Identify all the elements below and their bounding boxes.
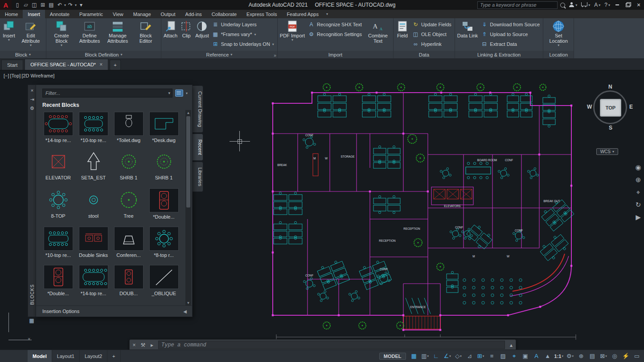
command-line[interactable]: × ⚒ ▸ ▴: [129, 339, 516, 350]
button-clip[interactable]: Clip: [179, 19, 194, 39]
insertion-options-bar[interactable]: Insertion Options ◀: [36, 305, 192, 317]
button-attach[interactable]: Attach: [163, 19, 178, 39]
button-recognize-shx-text[interactable]: ARecognize SHX Text: [306, 20, 364, 29]
panel-label-location[interactable]: Location: [543, 51, 574, 58]
selection-cycling-toggle[interactable]: ▣: [520, 351, 531, 361]
command-close-icon[interactable]: ×: [130, 342, 139, 348]
save-icon[interactable]: ◫: [30, 1, 38, 9]
zoom-icon[interactable]: ⌖: [633, 187, 643, 197]
ribbon-tab-express-tools[interactable]: Express Tools: [242, 10, 282, 18]
view-control[interactable]: [Top]: [10, 73, 21, 78]
block-item-desk-dwg[interactable]: *Desk.dwg: [146, 111, 181, 149]
button-download-from-source[interactable]: ⇓Download from Source: [479, 20, 541, 29]
restore-button[interactable]: [623, 0, 632, 9]
layout-tab-model[interactable]: Model: [28, 350, 52, 362]
palette-tab-recent[interactable]: Recent: [192, 134, 203, 161]
palette-close-icon[interactable]: ×: [31, 87, 33, 94]
annotation-scale-toggle[interactable]: 1:1▾: [554, 351, 564, 361]
ribbon-tab-add-ins[interactable]: Add-ins: [180, 10, 207, 18]
ribbon-tab-featured-apps[interactable]: Featured Apps: [282, 10, 324, 18]
block-item-shrb-1[interactable]: SHRB 1: [146, 149, 181, 187]
button-frames-vary[interactable]: ▦*Frames vary*▾: [210, 29, 276, 39]
compass-east[interactable]: E: [629, 104, 633, 110]
undo-icon[interactable]: ↶: [56, 1, 64, 9]
block-library-icon[interactable]: [175, 89, 183, 97]
isolate-objects-toggle[interactable]: ◎: [609, 351, 620, 361]
new-drawing-tab[interactable]: +: [110, 60, 120, 70]
snap-mode-toggle[interactable]: ▥▾: [420, 351, 431, 361]
block-item-double[interactable]: *Double...: [41, 264, 76, 302]
button-field[interactable]: Field: [395, 19, 410, 39]
panel-label-block[interactable]: Block▾: [0, 51, 46, 58]
ribbon-tab-home[interactable]: Home: [0, 10, 23, 18]
view-cube[interactable]: N S W E TOP: [588, 85, 632, 130]
autodesk-account-button[interactable]: A▾: [593, 2, 601, 8]
lineweight-toggle[interactable]: ≡: [487, 351, 497, 361]
print-plot-icon[interactable]: ▤: [47, 1, 55, 9]
compass-south[interactable]: S: [609, 125, 612, 131]
button-set-location[interactable]: Set Location▾: [545, 19, 572, 48]
visual-style-control[interactable]: [2D Wireframe]: [21, 73, 54, 78]
button-extract-data[interactable]: ⊟Extract Data: [479, 39, 541, 49]
block-filter-input[interactable]: [42, 89, 172, 98]
block-item-10-top-re[interactable]: *10-top re...: [76, 111, 111, 149]
block-item-elevator[interactable]: ELEVATOR: [41, 149, 76, 187]
block-item-8-top-r[interactable]: *8-top r...: [146, 226, 181, 264]
sign-in-button[interactable]: ▾: [568, 2, 578, 8]
block-item-oblique[interactable]: _OBLIQUE: [146, 264, 181, 302]
button-combine-text[interactable]: AACombine Text: [364, 19, 392, 44]
autocad-logo-icon[interactable]: A: [0, 0, 12, 10]
close-tab-icon[interactable]: ×: [99, 61, 103, 68]
panel-label-linking-extraction[interactable]: Linking & Extraction: [455, 51, 543, 58]
ortho-mode-toggle[interactable]: ∟: [431, 351, 442, 361]
scrollbar-thumb[interactable]: [186, 116, 190, 207]
grid-display-toggle[interactable]: ▦: [409, 351, 419, 361]
lock-ui-toggle[interactable]: ⊠▾: [598, 351, 609, 361]
block-item-stool[interactable]: stool: [76, 187, 111, 226]
compass-north[interactable]: N: [608, 84, 612, 90]
pan-icon[interactable]: ⊕: [633, 175, 643, 185]
button-upload-to-source[interactable]: ⇑Upload to Source: [479, 29, 541, 39]
block-item-conferen[interactable]: Conferen...: [111, 226, 146, 264]
polar-tracking-toggle[interactable]: ∠▾: [442, 351, 453, 361]
redo-icon[interactable]: ↷: [66, 1, 74, 9]
layout-tab-layout2[interactable]: Layout2: [80, 350, 107, 362]
panel-expander-icon[interactable]: »: [274, 53, 276, 58]
wcs-selector[interactable]: WCS ▾: [596, 148, 618, 155]
model-space-button[interactable]: MODEL: [379, 353, 406, 360]
block-item-10-top-re[interactable]: *10-top re...: [41, 226, 76, 264]
block-item-doub[interactable]: DOUB...: [111, 264, 146, 302]
command-input[interactable]: [159, 342, 505, 348]
ribbon-tab-view[interactable]: View: [108, 10, 128, 18]
button-pdf-import[interactable]: PDFPDF Import▾: [279, 19, 306, 42]
orbit-icon[interactable]: ↻: [633, 200, 643, 210]
close-button[interactable]: ×: [634, 0, 643, 9]
compass-west[interactable]: W: [587, 104, 592, 110]
ribbon-tab-annotate[interactable]: Annotate: [45, 10, 74, 18]
block-item-shrb-1[interactable]: SHRB 1: [111, 149, 146, 187]
scroll-up-icon[interactable]: ▲: [185, 110, 191, 115]
ribbon-tab-insert[interactable]: Insert: [23, 10, 45, 18]
block-item-8-top[interactable]: 8-TOP: [41, 187, 76, 226]
minimize-button[interactable]: [613, 0, 622, 9]
button-data-link[interactable]: Data Link: [456, 19, 479, 39]
show-motion-icon[interactable]: ▶: [633, 212, 643, 222]
search-button[interactable]: [559, 3, 566, 8]
recent-commands-icon[interactable]: ▸: [148, 342, 156, 348]
palette-tab-libraries[interactable]: Libraries: [192, 162, 203, 192]
workspace-switching-toggle[interactable]: ⚙▾: [565, 351, 575, 361]
ribbon-tab-parametric[interactable]: Parametric: [74, 10, 108, 18]
layout-tab-layout1[interactable]: Layout1: [52, 350, 80, 362]
button-manage-attributes[interactable]: Manage Attributes: [104, 19, 131, 44]
new-file-icon[interactable]: ▯: [13, 1, 21, 9]
chevron-down-icon[interactable]: ▾: [168, 91, 170, 95]
block-item-tree[interactable]: Tree: [111, 187, 146, 226]
scroll-down-icon[interactable]: ▼: [185, 300, 191, 305]
save-as-icon[interactable]: ⊞: [39, 1, 47, 9]
panel-label-data[interactable]: Data: [394, 51, 455, 58]
block-item-14-top-re[interactable]: *14-top re...: [41, 111, 76, 149]
autoscale-toggle[interactable]: ▲: [542, 351, 553, 361]
annotation-visibility-toggle[interactable]: A: [531, 351, 542, 361]
ribbon-tab-output[interactable]: Output: [156, 10, 180, 18]
quick-properties-toggle[interactable]: ▤: [587, 351, 598, 361]
